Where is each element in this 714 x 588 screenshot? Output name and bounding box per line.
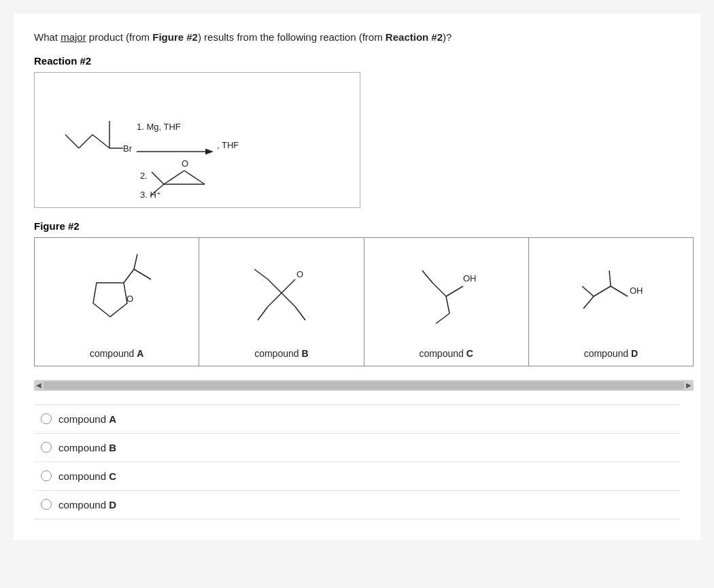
- question-text: What major product (from Figure #2) resu…: [34, 30, 680, 46]
- option-d-label: compound D: [58, 499, 116, 511]
- option-c-label: compound C: [58, 470, 116, 482]
- compound-b-label: compound B: [254, 348, 308, 359]
- svg-text:Br: Br: [123, 143, 133, 154]
- compound-a-label: compound A: [90, 348, 143, 359]
- svg-line-22: [268, 279, 282, 293]
- svg-text:O: O: [126, 294, 133, 304]
- option-a[interactable]: compound A: [34, 404, 680, 434]
- scrollbar-right-arrow[interactable]: ▶: [684, 381, 694, 390]
- compound-cell-a: O compound A: [35, 238, 199, 366]
- svg-line-30: [432, 283, 446, 296]
- svg-line-1: [92, 135, 109, 148]
- compound-a-svg: O: [56, 242, 178, 344]
- radio-a[interactable]: [41, 413, 52, 424]
- svg-line-36: [594, 286, 611, 296]
- svg-line-25: [282, 293, 295, 307]
- option-a-label: compound A: [58, 413, 116, 425]
- svg-line-41: [582, 286, 594, 296]
- svg-line-9: [164, 171, 184, 184]
- svg-line-37: [611, 286, 628, 296]
- option-b[interactable]: compound B: [34, 434, 680, 462]
- compounds-row: O compound A O: [34, 237, 694, 366]
- compound-c-label: compound C: [419, 348, 473, 359]
- compound-cell-d: OH compound D: [529, 238, 693, 366]
- svg-line-5: [65, 135, 79, 148]
- svg-text:OH: OH: [463, 273, 477, 283]
- figure-label: Figure #2: [34, 220, 680, 232]
- radio-c[interactable]: [41, 470, 52, 481]
- radio-options: compound A compound B compound C compoun…: [34, 404, 680, 519]
- radio-b[interactable]: [41, 442, 52, 453]
- svg-text:2.: 2.: [140, 171, 148, 181]
- reaction-svg: Br 1. Mg, THF 2.: [48, 84, 347, 198]
- compound-cell-c: OH compound C: [364, 238, 529, 366]
- svg-text:, THF: , THF: [217, 140, 239, 150]
- compound-cell-b: O compound B: [199, 238, 364, 366]
- svg-line-29: [295, 307, 305, 320]
- svg-line-32: [446, 296, 449, 313]
- svg-line-21: [134, 254, 137, 269]
- svg-text:1.  Mg, THF: 1. Mg, THF: [137, 122, 181, 132]
- svg-line-40: [583, 296, 594, 309]
- scrollbar-track[interactable]: [44, 381, 684, 390]
- radio-d[interactable]: [41, 499, 52, 510]
- svg-line-10: [184, 171, 205, 184]
- svg-text:O: O: [182, 158, 188, 169]
- svg-line-31: [446, 286, 463, 296]
- svg-line-19: [124, 269, 134, 283]
- svg-line-33: [436, 313, 449, 324]
- svg-line-20: [134, 269, 151, 279]
- scrollbar-left-arrow[interactable]: ◀: [34, 381, 44, 390]
- svg-text:OH: OH: [630, 286, 643, 296]
- option-b-label: compound B: [58, 442, 116, 453]
- svg-text:O: O: [296, 269, 303, 279]
- svg-line-28: [258, 307, 268, 320]
- reaction-label: Reaction #2: [34, 55, 680, 67]
- svg-line-27: [254, 269, 268, 279]
- svg-marker-17: [93, 283, 127, 317]
- compound-b-svg: O: [220, 242, 343, 344]
- compound-c-svg: OH: [385, 242, 507, 344]
- reaction-box: Br 1. Mg, THF 2.: [34, 72, 360, 208]
- svg-line-4: [79, 135, 92, 148]
- page-container: What major product (from Figure #2) resu…: [14, 14, 700, 540]
- option-c[interactable]: compound C: [34, 462, 680, 491]
- svg-line-38: [609, 271, 611, 286]
- svg-text:3.  H⁺: 3. H⁺: [140, 190, 161, 198]
- svg-line-14: [152, 172, 164, 184]
- svg-line-24: [268, 293, 282, 307]
- svg-line-23: [282, 279, 295, 293]
- compound-d-svg: OH: [549, 242, 672, 344]
- svg-line-35: [422, 271, 432, 283]
- scrollbar[interactable]: ◀ ▶: [34, 380, 694, 391]
- compound-d-label: compound D: [584, 348, 638, 359]
- option-d[interactable]: compound D: [34, 491, 680, 519]
